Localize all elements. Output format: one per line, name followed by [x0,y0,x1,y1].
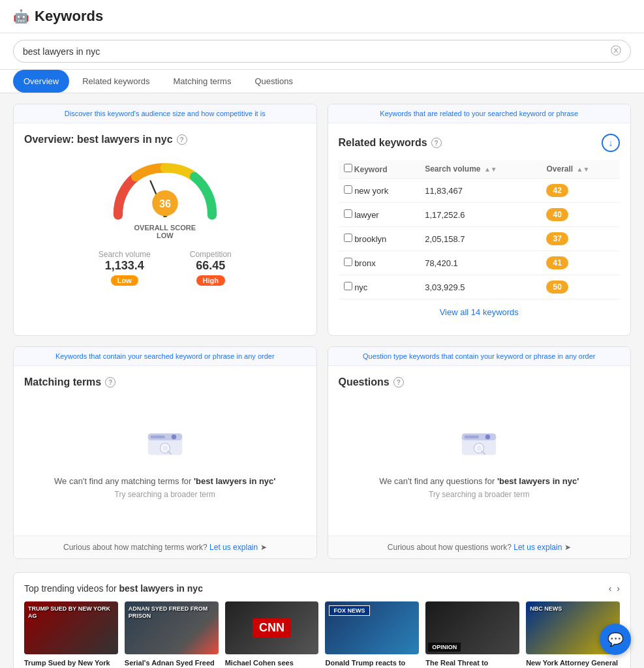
table-row[interactable]: lawyer 1,17,252.6 40 [339,203,621,227]
keyword-cell: brooklyn [354,234,386,244]
download-button[interactable]: ↓ [602,134,620,152]
search-volume-badge: Low [111,275,138,286]
stats-row: Search volume 1,133.4 Low Competition 66… [24,250,306,286]
video-thumbnail: TRUMP SUED BY NEW YORK AG [24,601,118,654]
overall-badge: 42 [546,184,568,197]
top-cards-row: Discover this keyword's audience size an… [13,104,631,336]
search-volume-cell: 2,05,158.7 [420,227,541,251]
questions-empty: We can't find any questions for 'best la… [339,399,621,525]
video-thumbnail: ADNAN SYED FREED FROM PRISON [125,601,219,654]
gauge-label: OVERALL SCORE LOW [134,224,196,239]
tab-matching-terms[interactable]: Matching terms [163,70,242,93]
matching-terms-explain-link[interactable]: Let us explain [209,543,258,552]
videos-grid: TRUMP SUED BY NEW YORK AG Trump Sued by … [24,601,620,668]
related-help-icon[interactable]: ? [431,138,442,148]
trending-section: Top trending videos for best lawyers in … [13,572,631,668]
next-arrow[interactable]: › [617,583,620,594]
main-content: Discover this keyword's audience size an… [0,93,644,668]
search-input[interactable] [23,46,611,57]
related-title: Related keywords ? [339,137,442,149]
tab-related-keywords[interactable]: Related keywords [72,70,160,93]
matching-terms-empty: We can't find any matching terms for 'be… [24,399,306,525]
prev-arrow[interactable]: ‹ [609,583,612,594]
svg-point-7 [172,434,177,440]
search-volume-cell: 78,420.1 [420,251,541,275]
questions-card: Question type keywords that contain your… [328,346,632,559]
svg-point-14 [485,434,491,440]
svg-text:36: 36 [159,198,171,209]
video-card[interactable]: OPINION The Real Threat to American Demo… [425,601,519,668]
row-checkbox[interactable] [344,234,352,242]
trending-nav: ‹ › [609,583,620,594]
table-row[interactable]: new york 11,83,467 42 [339,179,621,203]
matching-terms-curious-bar: Curious about how matching terms work? L… [14,536,316,558]
competition-stat: Competition 66.45 High [190,250,232,286]
video-card[interactable]: CNN Michael Cohen sees indictments comin… [225,601,319,668]
search-volume-stat: Search volume 1,133.4 Low [99,250,151,286]
questions-title: Questions ? [339,376,621,388]
keyword-cell: new york [354,186,388,196]
video-thumbnail: OPINION [425,601,519,654]
overview-title: Overview: best lawyers in nyc ? [24,134,306,145]
video-title: The Real Threat to American Democracy | … [425,658,519,668]
search-clear-button[interactable]: ⓧ [611,44,621,58]
matching-terms-card: Keywords that contain your searched keyw… [13,346,317,559]
tab-overview[interactable]: Overview [13,70,69,93]
overview-card: Discover this keyword's audience size an… [13,104,317,336]
overview-body: Overview: best lawyers in nyc ? [14,123,316,296]
tabs-bar: Overview Related keywords Matching terms… [0,70,644,93]
related-hint: Keywords that are related to your search… [328,104,631,123]
search-wrapper: ⓧ [13,40,631,63]
questions-curious-bar: Curious about how questions work? Let us… [328,536,631,558]
questions-hint: Question type keywords that contain your… [328,347,631,366]
overview-hint: Discover this keyword's audience size an… [14,104,316,123]
search-volume-cell: 1,17,252.6 [420,203,541,227]
matching-terms-empty-text: We can't find any matching terms for 'be… [54,476,275,486]
questions-explain-link[interactable]: Let us explain [514,543,562,552]
video-card[interactable]: ADNAN SYED FREED FROM PRISON Serial's Ad… [125,601,219,668]
questions-icon [459,425,498,466]
view-all-keywords-link[interactable]: View all 14 keywords [339,299,621,325]
video-title: Michael Cohen sees indictments coming 'r… [225,658,319,668]
related-keywords-body: Related keywords ? ↓ Keyword Search volu… [328,123,631,335]
row-checkbox[interactable] [344,209,352,218]
chat-fab-button[interactable]: 💬 [600,624,631,655]
trending-header: Top trending videos for best lawyers in … [24,583,620,594]
row-checkbox[interactable] [344,258,352,266]
questions-body: Questions ? [328,366,631,536]
matching-terms-title: Matching terms ? [24,376,306,388]
app-title: Keywords [35,8,103,25]
bottom-cards-row: Keywords that contain your searched keyw… [13,346,631,559]
video-title: Trump Sued by New York AG & Putin Threat… [24,658,118,668]
table-row[interactable]: bronx 78,420.1 41 [339,251,621,275]
video-card[interactable]: TRUMP SUED BY NEW YORK AG Trump Sued by … [24,601,118,668]
overall-col-header: Overall [546,164,573,174]
gauge-svg: 36 [106,156,224,221]
overview-help-icon[interactable]: ? [177,134,187,145]
video-title: New York Attorney General Announces Laws… [526,658,620,668]
table-row[interactable]: nyc 3,03,929.5 50 [339,275,621,299]
search-volume-cell: 3,03,929.5 [420,275,541,299]
search-bar-container: ⓧ [0,33,644,70]
keywords-table: Keyword Search volume ▲▼ Overall ▲▼ new … [339,160,621,299]
matching-terms-hint: Keywords that contain your searched keyw… [14,347,316,366]
tab-questions[interactable]: Questions [244,70,303,93]
questions-help-icon[interactable]: ? [393,377,404,387]
row-checkbox[interactable] [344,282,352,290]
svg-point-9 [162,446,168,451]
overall-badge: 37 [546,232,568,245]
row-checkbox[interactable] [344,185,352,194]
competition-badge: High [196,275,225,286]
video-card[interactable]: FOX NEWS Donald Trump reacts to New York… [325,601,419,668]
table-row[interactable]: brooklyn 2,05,158.7 37 [339,227,621,251]
svg-point-16 [476,446,482,451]
select-all-checkbox[interactable] [344,164,352,172]
matching-terms-help-icon[interactable]: ? [105,377,115,387]
video-title: Donald Trump reacts to New York attorney… [325,658,419,668]
search-vol-col-header: Search volume [425,164,480,174]
keyword-cell: bronx [354,258,376,268]
matching-terms-icon [146,425,185,466]
svg-rect-13 [465,436,480,439]
app-header: 🤖 Keywords [0,0,644,33]
svg-rect-6 [150,436,165,439]
